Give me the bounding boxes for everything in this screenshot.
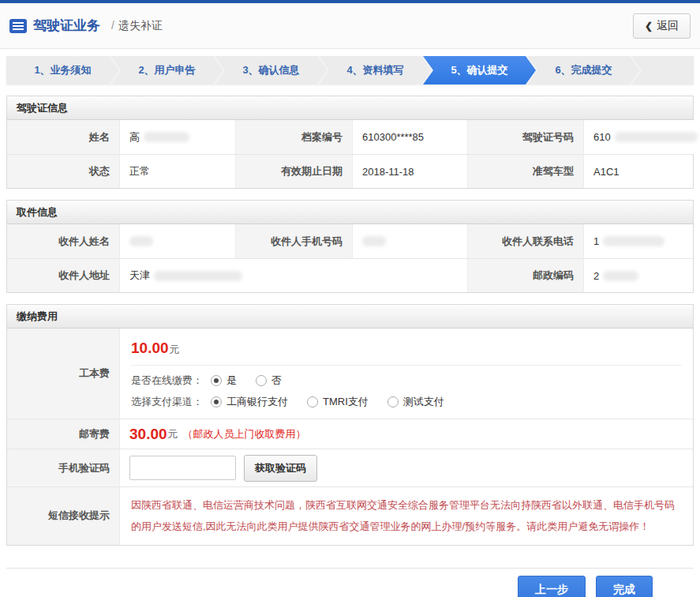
step-nav-filler: [631, 56, 694, 84]
pay-channel-option-tmri[interactable]: TMRI支付: [307, 395, 369, 409]
redacted-postal-code: [603, 271, 638, 281]
sms-notice-row: 短信接收提示 因陕西省联通、电信运营商技术问题，陕西省互联网交通安全综合服务管理…: [7, 486, 693, 545]
online-pay-option-no-label: 否: [271, 374, 282, 388]
vehicle-type-value: A1C1: [583, 154, 693, 188]
postal-code-label: 邮政编码: [467, 258, 583, 292]
redacted-license-no: [615, 132, 698, 142]
name-label: 姓名: [7, 120, 119, 154]
license-info-section: 驾驶证信息 姓名 高 档案编号 610300****85 驾驶证号码 610 状…: [6, 96, 694, 189]
recipient-name-label: 收件人姓名: [7, 224, 119, 258]
step-nav: 1、业务须知 2、用户申告 3、确认信息 4、资料填写 5、确认提交 6、完成提…: [6, 56, 694, 84]
production-fee-content: 10.00元 是否在线缴费： 是 否 选择支付渠道： 工商银行支付 TMRI支付…: [119, 329, 693, 419]
file-no-value: 610300****85: [352, 120, 467, 154]
get-code-button[interactable]: 获取验证码: [244, 455, 317, 482]
postal-code-value: 2: [583, 258, 693, 292]
sms-code-input[interactable]: [129, 456, 236, 480]
recipient-address-label: 收件人地址: [7, 258, 119, 292]
recipient-phone-value: 1: [583, 224, 693, 258]
mailing-fee-row: 邮寄费 30.00元 （邮政人员上门收取费用）: [7, 419, 693, 449]
step-2-user-declaration[interactable]: 2、用户申告: [110, 56, 223, 84]
footer-actions: 上一步 完成: [0, 569, 700, 597]
redacted-recipient-phone: [603, 236, 664, 246]
radio-unselected-icon[interactable]: [387, 396, 399, 407]
production-fee-row: 工本费 10.00元 是否在线缴费： 是 否 选择支付渠道： 工商银行支付: [7, 329, 693, 419]
license-info-row-2: 状态 正常 有效期止日期 2018-11-18 准驾车型 A1C1: [7, 154, 693, 188]
sms-code-row: 手机验证码 获取验证码: [7, 449, 693, 486]
radio-unselected-icon[interactable]: [307, 396, 318, 407]
file-no-value-text: 610300****85: [362, 131, 424, 143]
online-pay-option-yes-label: 是: [226, 374, 237, 388]
pickup-info-row-2: 收件人地址 天津 邮政编码 2: [7, 258, 693, 292]
pay-channel-option-test[interactable]: 测试支付: [387, 395, 444, 409]
name-value-text: 高: [129, 130, 140, 145]
pay-channel-option-tmri-label: TMRI支付: [323, 395, 369, 409]
breadcrumb: /遗失补证: [111, 19, 163, 33]
mailing-fee-amount: 30.00: [129, 426, 167, 443]
title-wrap: 驾驶证业务 /遗失补证: [9, 17, 163, 35]
redacted-recipient-mobile: [362, 236, 386, 246]
back-button[interactable]: ❮ 返回: [633, 13, 691, 39]
menu-list-icon: [9, 19, 27, 33]
recipient-phone-value-text: 1: [593, 235, 599, 247]
breadcrumb-separator: /: [111, 19, 114, 32]
breadcrumb-current: 遗失补证: [118, 19, 163, 32]
status-value: 正常: [119, 154, 235, 188]
redacted-recipient-name: [129, 236, 153, 246]
sms-notice-text: 因陕西省联通、电信运营商技术问题，陕西省互联网交通安全综合服务管理平台无法向持陕…: [120, 487, 693, 545]
online-pay-option-no[interactable]: 否: [256, 374, 282, 388]
name-value: 高: [119, 120, 235, 154]
step-5-confirm-submit[interactable]: 5、确认提交: [423, 56, 536, 84]
license-info-row-1: 姓名 高 档案编号 610300****85 驾驶证号码 610: [7, 120, 693, 154]
license-no-value-text: 610: [593, 131, 611, 143]
expiry-label: 有效期止日期: [235, 154, 352, 188]
online-pay-option-yes[interactable]: 是: [211, 374, 237, 388]
redacted-name: [144, 132, 189, 142]
previous-step-button[interactable]: 上一步: [518, 576, 586, 597]
radio-unselected-icon[interactable]: [256, 375, 267, 386]
fee-section-title: 缴纳费用: [7, 305, 693, 329]
recipient-name-value: [119, 224, 235, 258]
step-3-confirm-info[interactable]: 3、确认信息: [215, 56, 328, 84]
postal-code-value-text: 2: [593, 270, 599, 282]
production-fee-amount: 10.00: [131, 340, 169, 356]
status-label: 状态: [7, 154, 119, 188]
step-4-fill-data[interactable]: 4、资料填写: [319, 56, 432, 84]
pickup-info-section: 取件信息 收件人姓名 收件人手机号码 收件人联系电话 1 收件人地址 天津 邮政…: [6, 200, 694, 293]
sms-notice-label: 短信接收提示: [7, 486, 119, 545]
redacted-recipient-address: [154, 271, 242, 281]
vehicle-type-label: 准驾车型: [467, 154, 583, 188]
back-button-label: 返回: [657, 19, 679, 33]
mailing-fee-label: 邮寄费: [7, 419, 119, 449]
back-arrow-icon: ❮: [645, 21, 653, 32]
fee-section: 缴纳费用 工本费 10.00元 是否在线缴费： 是 否 选择支付渠道：: [6, 304, 694, 546]
page: 驾驶证业务 /遗失补证 ❮ 返回 1、业务须知 2、用户申告 3、确认信息 4、…: [0, 0, 700, 597]
step-1-business-notice[interactable]: 1、业务须知: [6, 56, 119, 84]
production-fee-unit: 元: [170, 344, 180, 355]
online-pay-question: 是否在线缴费：: [131, 374, 203, 388]
finish-button[interactable]: 完成: [596, 576, 653, 597]
license-info-section-title: 驾驶证信息: [7, 96, 693, 120]
expiry-value: 2018-11-18: [352, 154, 467, 188]
license-no-value: 610: [583, 120, 698, 154]
pay-channel-line: 选择支付渠道： 工商银行支付 TMRI支付 测试支付: [131, 395, 693, 409]
pickup-info-row-1: 收件人姓名 收件人手机号码 收件人联系电话 1: [7, 224, 693, 258]
sms-notice-content: 因陕西省联通、电信运营商技术问题，陕西省互联网交通安全综合服务管理平台无法向持陕…: [119, 486, 693, 545]
pay-channel-option-icbc[interactable]: 工商银行支付: [211, 395, 288, 409]
radio-selected-icon[interactable]: [211, 375, 222, 386]
sms-code-content: 获取验证码: [119, 449, 693, 486]
fee-inner-divider: [131, 365, 682, 366]
production-fee-amount-line: 10.00元: [131, 340, 693, 357]
pickup-info-section-title: 取件信息: [7, 201, 693, 224]
mailing-fee-content: 30.00元 （邮政人员上门收取费用）: [119, 419, 693, 449]
pay-channel-option-icbc-label: 工商银行支付: [226, 395, 288, 409]
mailing-fee-note: （邮政人员上门收取费用）: [183, 427, 306, 441]
step-6-complete-submit[interactable]: 6、完成提交: [527, 56, 640, 84]
recipient-mobile-label: 收件人手机号码: [235, 224, 352, 258]
recipient-address-value-text: 天津: [129, 268, 150, 283]
radio-selected-icon[interactable]: [211, 396, 222, 407]
recipient-address-value: 天津: [119, 258, 467, 292]
recipient-phone-label: 收件人联系电话: [467, 224, 583, 258]
online-pay-line: 是否在线缴费： 是 否: [131, 374, 693, 388]
sms-code-label: 手机验证码: [7, 449, 119, 486]
file-no-label: 档案编号: [235, 120, 352, 154]
